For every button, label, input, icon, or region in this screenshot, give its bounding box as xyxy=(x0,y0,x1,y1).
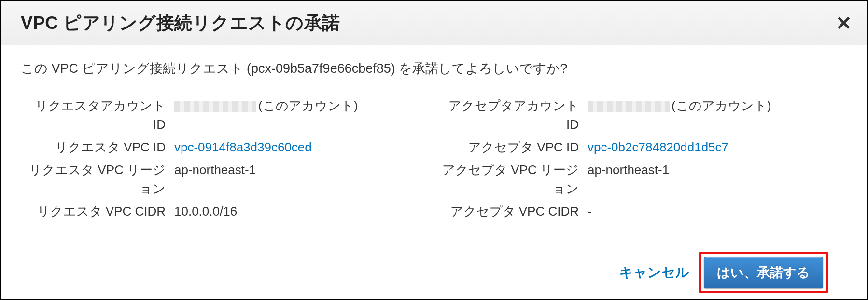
accepter-account-id-field: アクセプタアカウント ID (このアカウント) xyxy=(434,96,847,134)
close-icon[interactable]: ✕ xyxy=(836,14,852,33)
accepter-account-suffix: (このアカウント) xyxy=(672,98,771,113)
requester-cidr-value: 10.0.0.0/16 xyxy=(174,202,434,221)
accepter-vpc-id-field: アクセプタ VPC ID vpc-0b2c784820dd1d5c7 xyxy=(434,138,847,157)
requester-account-id-label: リクエスタアカウント ID xyxy=(21,96,174,134)
requester-cidr-field: リクエスタ VPC CIDR 10.0.0.0/16 xyxy=(21,202,434,221)
requester-region-field: リクエスタ VPC リージョン ap-northeast-1 xyxy=(21,161,434,198)
requester-account-id-value: (このアカウント) xyxy=(174,96,434,115)
modal-header: VPC ピアリング接続リクエストの承諾 ✕ xyxy=(1,1,867,45)
modal-body: この VPC ピアリング接続リクエスト (pcx-09b5a7f9e66cbef… xyxy=(1,45,867,300)
accepter-vpc-id-label: アクセプタ VPC ID xyxy=(434,138,588,157)
accepter-vpc-id-link[interactable]: vpc-0b2c784820dd1d5c7 xyxy=(588,138,847,157)
requester-region-value: ap-northeast-1 xyxy=(174,161,434,179)
accepter-cidr-value: - xyxy=(588,202,847,221)
accepter-region-field: アクセプタ VPC リージョン ap-northeast-1 xyxy=(434,161,847,198)
accepter-account-id-value: (このアカウント) xyxy=(588,96,847,115)
requester-account-suffix: (このアカウント) xyxy=(258,98,358,113)
modal-footer: キャンセル はい、承諾する xyxy=(40,237,828,300)
requester-region-label: リクエスタ VPC リージョン xyxy=(21,161,174,198)
requester-vpc-id-link[interactable]: vpc-0914f8a3d39c60ced xyxy=(174,138,434,157)
requester-vpc-id-label: リクエスタ VPC ID xyxy=(21,138,174,157)
accepter-account-id-label: アクセプタアカウント ID xyxy=(434,96,588,134)
accept-highlight-box: はい、承諾する xyxy=(699,252,828,293)
redacted-block xyxy=(174,101,256,112)
accept-button[interactable]: はい、承諾する xyxy=(704,257,823,288)
accepter-column: アクセプタアカウント ID (このアカウント) アクセプタ VPC ID vpc… xyxy=(434,96,847,225)
accepter-region-label: アクセプタ VPC リージョン xyxy=(434,161,588,198)
details-row: リクエスタアカウント ID (このアカウント) リクエスタ VPC ID vpc… xyxy=(21,96,847,225)
accepter-region-value: ap-northeast-1 xyxy=(588,161,847,179)
accept-peering-modal: VPC ピアリング接続リクエストの承諾 ✕ この VPC ピアリング接続リクエス… xyxy=(0,0,868,300)
requester-vpc-id-field: リクエスタ VPC ID vpc-0914f8a3d39c60ced xyxy=(21,138,434,157)
accepter-cidr-field: アクセプタ VPC CIDR - xyxy=(434,202,847,221)
redacted-block xyxy=(588,101,670,112)
cancel-button[interactable]: キャンセル xyxy=(619,263,689,282)
requester-column: リクエスタアカウント ID (このアカウント) リクエスタ VPC ID vpc… xyxy=(21,96,434,225)
requester-cidr-label: リクエスタ VPC CIDR xyxy=(21,202,174,221)
confirm-question: この VPC ピアリング接続リクエスト (pcx-09b5a7f9e66cbef… xyxy=(21,60,847,77)
requester-account-id-field: リクエスタアカウント ID (このアカウント) xyxy=(21,96,434,134)
modal-title: VPC ピアリング接続リクエストの承諾 xyxy=(21,11,340,35)
accepter-cidr-label: アクセプタ VPC CIDR xyxy=(434,202,588,221)
